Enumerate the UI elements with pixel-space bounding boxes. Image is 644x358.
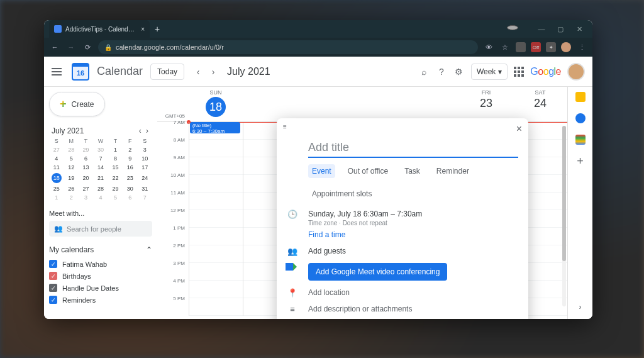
day-column-header[interactable] [405,87,459,121]
mini-calendar-day[interactable]: 3 [79,193,93,202]
mini-calendar-day[interactable]: 11 [49,163,64,172]
calendar-list-item[interactable]: ✓Reminders [49,294,152,306]
mini-calendar-day[interactable]: 23 [123,172,137,184]
tasks-icon[interactable] [575,113,586,123]
find-a-time-link[interactable]: Find a time [308,230,518,239]
event-type-tab[interactable]: Out of office [344,164,392,178]
mini-calendar-day[interactable]: 5 [64,154,78,163]
browser-menu-icon[interactable]: ⋮ [576,43,587,52]
mini-calendar-day[interactable]: 29 [79,145,93,154]
mini-calendar-day[interactable]: 26 [64,184,78,193]
event-title-input[interactable] [308,137,518,158]
event-type-tab[interactable]: Event [308,164,335,178]
add-description-field[interactable]: Add description or attachments [308,305,518,313]
mini-calendar-day[interactable]: 1 [108,145,123,154]
mini-calendar-day[interactable]: 8 [108,154,123,163]
mini-calendar-day[interactable]: 24 [138,172,152,184]
mini-calendar-day[interactable]: 12 [64,163,78,172]
mini-calendar-day[interactable]: 17 [138,163,152,172]
prev-period-button[interactable]: ‹ [192,67,204,77]
browser-profile-icon[interactable] [561,42,571,52]
mini-calendar-day[interactable]: 3 [138,145,152,154]
mini-calendar-day[interactable]: 4 [49,154,64,163]
window-maximize-button[interactable]: ▢ [555,25,566,33]
mini-calendar-day[interactable]: 9 [123,154,137,163]
extension-icon[interactable]: ✦ [546,42,556,52]
eye-icon[interactable]: 👁 [483,43,494,51]
calendar-event[interactable]: (No title)6:30 – 7:30am [190,122,240,133]
day-column-header[interactable] [297,87,351,121]
mini-calendar-day[interactable]: 7 [93,154,108,163]
mini-calendar-day[interactable]: 16 [123,163,137,172]
window-minimize-button[interactable]: — [536,25,547,33]
mini-prev-button[interactable]: ‹ [138,126,143,135]
back-button[interactable]: ← [49,43,60,51]
event-time-subtext[interactable]: Time zone · Does not repeat [308,220,518,227]
mini-calendar-day[interactable]: 15 [108,163,123,172]
mini-calendar-day[interactable]: 13 [79,163,93,172]
settings-gear-icon[interactable]: ⚙ [453,67,465,77]
day-column-header[interactable]: SAT24 [513,87,567,121]
account-avatar[interactable] [567,63,585,81]
view-selector[interactable]: Week▾ [471,64,508,80]
next-period-button[interactable]: › [207,67,219,77]
event-type-tab[interactable]: Appointment slots [308,187,375,201]
mini-calendar-day[interactable]: 10 [138,154,152,163]
mini-calendar-day[interactable]: 6 [123,193,137,202]
mini-calendar-day[interactable]: 31 [138,184,152,193]
mini-calendar-day[interactable]: 1 [49,193,64,202]
forward-button[interactable]: → [65,43,77,51]
mini-calendar-day[interactable]: 30 [123,184,137,193]
window-close-button[interactable]: ✕ [574,25,585,33]
add-meet-button[interactable]: Add Google Meet video conferencing [308,263,447,281]
event-type-tab[interactable]: Task [401,164,424,178]
extension-icon[interactable] [516,42,526,52]
event-time-text[interactable]: Sunday, July 18 6:30am – 7:30am [308,210,518,218]
tab-close-icon[interactable]: × [141,26,145,33]
event-type-tab[interactable]: Reminder [433,164,473,178]
mini-calendar-day[interactable]: 2 [64,193,78,202]
get-addons-icon[interactable]: + [575,156,586,166]
day-column-header[interactable]: SUN18 [189,87,243,121]
my-calendars-section-header[interactable]: My calendars ⌃ [49,245,152,254]
calendar-list-item[interactable]: ✓Fatima Wahab [49,258,152,270]
mini-calendar-day[interactable]: 25 [49,184,64,193]
search-icon[interactable]: ⌕ [418,67,430,77]
reload-button[interactable]: ⟳ [82,43,93,52]
google-apps-icon[interactable] [514,67,524,77]
mini-calendar-day[interactable]: 27 [79,184,93,193]
mini-calendar-day[interactable]: 21 [93,172,108,184]
day-column-header[interactable] [351,87,405,121]
browser-tab[interactable]: AddictiveTips - Calendar - Week... × [49,20,150,38]
maps-icon[interactable] [575,135,586,145]
mini-calendar-day[interactable]: 30 [93,145,108,154]
mini-calendar[interactable]: SMTWTFS 27282930123456789101112131415161… [49,137,152,202]
calendar-list-item[interactable]: ✓Handle Due Dates [49,282,152,294]
mini-calendar-day[interactable]: 14 [93,163,108,172]
mini-calendar-day[interactable]: 19 [64,172,78,184]
address-bar[interactable]: 🔒 calendar.google.com/calendar/u/0/r [98,40,478,54]
add-guests-field[interactable]: Add guests [308,247,518,255]
calendar-checkbox[interactable]: ✓ [49,272,57,280]
hide-panel-button[interactable]: › [579,303,582,311]
today-button[interactable]: Today [150,64,184,80]
mini-calendar-day[interactable]: 29 [108,184,123,193]
calendar-list-item[interactable]: ✓Birthdays [49,270,152,282]
mini-calendar-day[interactable]: 4 [93,193,108,202]
add-location-field[interactable]: Add location [308,288,518,297]
search-people-input[interactable]: 👥 Search for people [49,221,152,237]
mini-calendar-day[interactable]: 27 [49,145,64,154]
mini-calendar-day[interactable]: 7 [138,193,152,202]
scrollbar[interactable] [562,126,566,306]
day-column-header[interactable]: FRI23 [459,87,513,121]
create-button[interactable]: + Create [49,92,105,116]
day-column-header[interactable] [243,87,297,121]
scroll-thumb[interactable] [562,126,566,261]
keep-icon[interactable] [575,92,586,102]
main-menu-icon[interactable] [52,68,64,76]
calendar-checkbox[interactable]: ✓ [49,296,57,304]
calendar-checkbox[interactable]: ✓ [49,260,57,268]
mini-calendar-day[interactable]: 6 [79,154,93,163]
mini-calendar-day[interactable]: 22 [108,172,123,184]
drag-handle-icon[interactable]: ≡ [283,123,288,135]
